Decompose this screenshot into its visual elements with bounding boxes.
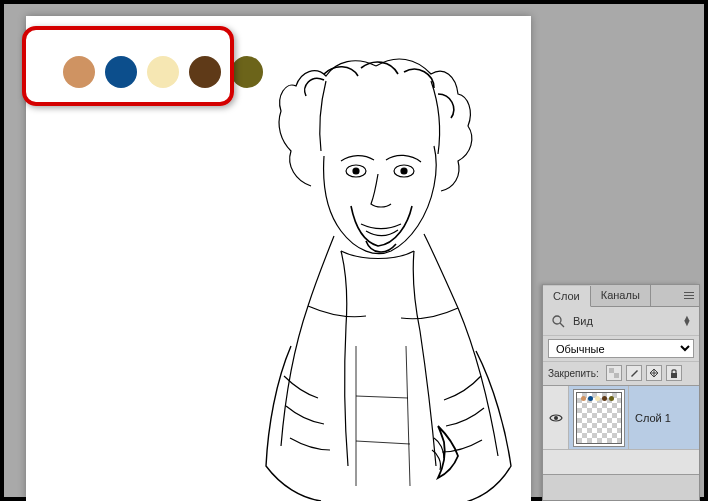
tab-layers[interactable]: Слои <box>543 286 591 307</box>
dropdown-arrows-icon[interactable]: ▲▼ <box>681 316 693 326</box>
lock-all-button[interactable] <box>666 365 682 381</box>
layers-panel: Слои Каналы Вид ▲▼ Обычные Закрепить: <box>542 284 700 501</box>
lock-pixels-button[interactable] <box>626 365 642 381</box>
swatch-1[interactable] <box>63 56 95 88</box>
layers-list: Слой 1 <box>543 386 699 474</box>
search-icon <box>549 312 567 330</box>
layer-filter[interactable]: Вид ▲▼ <box>543 307 699 336</box>
filter-label: Вид <box>573 315 675 327</box>
layer-thumbnail <box>576 392 622 444</box>
svg-rect-6 <box>609 368 614 373</box>
svg-point-9 <box>554 416 558 420</box>
layer-row[interactable]: Слой 1 <box>543 386 699 450</box>
layer-name[interactable]: Слой 1 <box>629 412 699 424</box>
blend-mode-select[interactable]: Обычные <box>548 339 694 358</box>
lock-transparency-button[interactable] <box>606 365 622 381</box>
svg-point-1 <box>353 168 359 174</box>
portrait-sketch <box>206 46 531 501</box>
lock-position-button[interactable] <box>646 365 662 381</box>
eye-icon <box>549 413 563 423</box>
svg-rect-7 <box>614 373 619 378</box>
panel-footer <box>543 474 699 500</box>
visibility-toggle[interactable] <box>543 386 569 449</box>
document-canvas[interactable] <box>26 16 531 501</box>
swatch-2[interactable] <box>105 56 137 88</box>
svg-line-5 <box>560 323 564 327</box>
workspace: Слои Каналы Вид ▲▼ Обычные Закрепить: <box>4 4 704 497</box>
tab-channels[interactable]: Каналы <box>591 285 651 306</box>
panel-menu-icon[interactable] <box>681 287 697 303</box>
svg-rect-8 <box>671 373 677 378</box>
svg-point-3 <box>401 168 407 174</box>
lock-row: Закрепить: <box>543 362 699 386</box>
panel-tabs: Слои Каналы <box>543 285 699 307</box>
svg-point-4 <box>553 316 561 324</box>
blend-mode-row: Обычные <box>543 336 699 362</box>
swatch-3[interactable] <box>147 56 179 88</box>
layer-thumbnail-cell[interactable] <box>569 386 629 449</box>
lock-label: Закрепить: <box>548 368 599 379</box>
